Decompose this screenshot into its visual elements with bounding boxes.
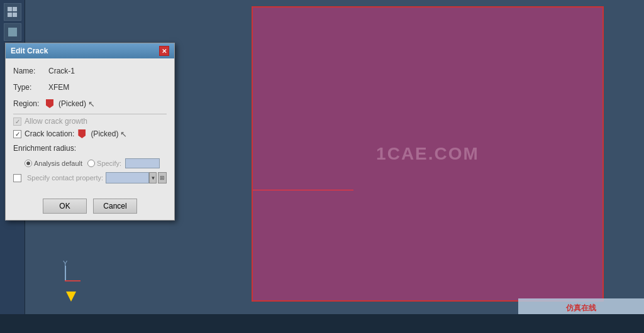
ok-button[interactable]: OK: [43, 199, 87, 214]
specify-radio-label: Specify:: [97, 160, 121, 167]
enrichment-radius-row: Enrichment radius:: [13, 142, 167, 155]
crack-location-label: Crack location:: [25, 129, 74, 138]
region-marker-icon: [46, 99, 53, 108]
analysis-default-radio-label: Analysis default: [34, 160, 82, 167]
enrichment-radius-label: Enrichment radius:: [13, 144, 76, 153]
region-value: (Picked): [58, 99, 86, 108]
region-row: Region: (Picked) ↖: [13, 97, 167, 110]
dialog-titlebar: Edit Crack ✕: [6, 43, 174, 58]
allow-crack-growth-row: Allow crack growth: [13, 117, 167, 126]
region-label: Region:: [13, 99, 46, 108]
contact-property-row: Specify contact property: ▼ ⊞: [13, 172, 167, 183]
toolbar-icon-1[interactable]: [4, 3, 21, 21]
type-label: Type:: [13, 83, 46, 92]
contact-property-input[interactable]: [106, 172, 149, 183]
region-cursor-icon[interactable]: ↖: [88, 99, 97, 108]
crack-location-checkbox[interactable]: [13, 130, 21, 138]
edit-crack-dialog: Edit Crack ✕ Name: Crack-1 Type: XFEM Re…: [5, 43, 175, 221]
specify-radio[interactable]: [87, 160, 95, 167]
axis-arrow-tip: [66, 292, 76, 302]
allow-crack-growth-checkbox[interactable]: [13, 117, 21, 126]
axis-arrow-x: [65, 280, 80, 281]
name-value: Crack-1: [48, 67, 75, 75]
specify-radio-item[interactable]: Specify:: [87, 158, 160, 168]
axis-arrow-y: [65, 266, 66, 281]
crack-location-value: (Picked): [91, 129, 118, 138]
status-bar: [0, 314, 644, 333]
crack-location-marker-icon: [78, 129, 86, 138]
purple-square: 1CAE.COM: [252, 6, 604, 302]
contact-property-grid-btn[interactable]: ⊞: [158, 172, 167, 183]
name-label: Name:: [13, 67, 46, 75]
name-row: Name: Crack-1: [13, 65, 167, 77]
watermark-text: 1CAE.COM: [376, 144, 479, 164]
analysis-default-radio-item[interactable]: Analysis default: [25, 160, 82, 167]
dialog-buttons: OK Cancel: [6, 194, 174, 220]
type-value: XFEM: [48, 83, 69, 92]
dialog-title: Edit Crack: [11, 46, 48, 55]
analysis-default-radio[interactable]: [25, 160, 32, 167]
cancel-button[interactable]: Cancel: [93, 199, 137, 214]
separator-1: [13, 114, 167, 114]
contact-property-checkbox[interactable]: [13, 174, 21, 182]
red-line: [253, 190, 353, 190]
allow-crack-growth-label: Allow crack growth: [25, 117, 87, 126]
toolbar-icon-2[interactable]: [4, 23, 21, 41]
type-row: Type: XFEM: [13, 81, 167, 94]
watermark-bottom-line1: 仿真在线: [566, 303, 596, 314]
contact-property-label: Specify contact property:: [27, 174, 103, 182]
contact-property-dropdown[interactable]: ▼: [149, 172, 157, 183]
specify-input[interactable]: [125, 158, 160, 168]
crack-location-cursor-icon[interactable]: ↖: [120, 129, 129, 138]
dialog-content: Name: Crack-1 Type: XFEM Region: (Picked…: [6, 58, 174, 194]
radio-group: Analysis default Specify:: [25, 158, 167, 168]
main-viewport: ⊕ ↺ 1CAE.COM Y 仿真在线 www.1CAE.com 微信公众号 -…: [0, 0, 644, 333]
dialog-close-button[interactable]: ✕: [159, 46, 169, 56]
crack-location-row: Crack location: (Picked) ↖: [13, 129, 167, 138]
